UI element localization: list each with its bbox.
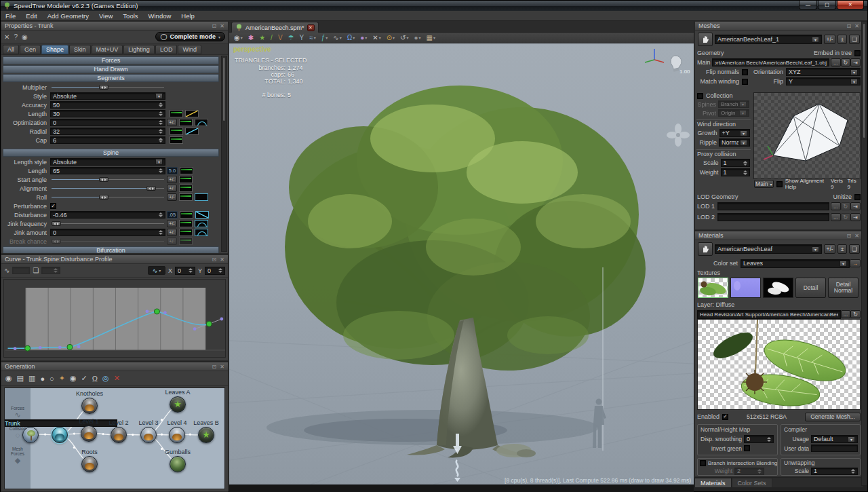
jink-frequency-variance-button[interactable]: +/-: [167, 220, 177, 227]
reload-lod1-button[interactable]: ↻: [841, 202, 851, 210]
close-panel-icon[interactable]: ✕: [220, 364, 224, 370]
generation-panel-title[interactable]: Generation ⊡ ✕: [1, 362, 228, 371]
lasso-select-icon[interactable]: ○: [50, 375, 54, 383]
accuracy-input[interactable]: 50: [50, 101, 165, 109]
cap-gradient-thumb[interactable]: [170, 136, 183, 144]
close-panel-icon[interactable]: ✕: [854, 23, 859, 29]
multiplier-slider[interactable]: [50, 83, 165, 91]
optimization-variance-button[interactable]: +/-: [167, 119, 177, 126]
style-select[interactable]: Absolute▾: [50, 92, 165, 100]
start-angle-gradient-thumb[interactable]: [179, 176, 193, 183]
gen-node-gumballs[interactable]: Gumballs: [170, 456, 186, 472]
optimization-input[interactable]: 0: [50, 119, 165, 126]
mesh-grabber-icon[interactable]: [698, 33, 713, 46]
tab-wind[interactable]: Wind: [178, 45, 201, 54]
blend-weight-input[interactable]: 2: [734, 468, 764, 475]
generate-mesh-button[interactable]: Generate Mesh...: [805, 413, 861, 421]
enable-check-icon[interactable]: ✓: [81, 374, 87, 383]
sphere-tool-icon[interactable]: ●▾: [358, 33, 369, 43]
menu-tools[interactable]: Tools: [123, 12, 138, 20]
break-chance-gradient-thumb[interactable]: [179, 238, 193, 245]
material-variance-button[interactable]: +/-: [824, 244, 835, 254]
complete-mode-button[interactable]: ◯ Complete mode ▾: [155, 32, 225, 41]
jink-amount-variance-button[interactable]: +/-: [167, 229, 177, 236]
section-segments[interactable]: Segments: [3, 74, 219, 82]
minimize-button[interactable]: —: [799, 1, 817, 10]
alignment-help-checkbox[interactable]: [776, 181, 783, 187]
magnet-tool-icon[interactable]: Ω▾: [345, 33, 357, 43]
pick-tool-icon[interactable]: ?: [14, 33, 18, 41]
cap-input[interactable]: 6: [50, 136, 165, 144]
meshes-panel-title[interactable]: Meshes ⊡ ✕: [695, 22, 863, 31]
jink-amount-input[interactable]: 0: [50, 229, 165, 236]
start-angle-variance-button[interactable]: +/-: [167, 176, 177, 183]
radial-input[interactable]: 32: [50, 128, 165, 135]
invert-green-checkbox[interactable]: [744, 445, 750, 451]
unwrap-scale-input[interactable]: 1: [811, 468, 858, 475]
gen-node-level1[interactable]: Level 1: [81, 425, 97, 442]
length-style-select[interactable]: Absolute▾: [50, 158, 165, 166]
break-chance-slider[interactable]: [50, 238, 165, 245]
tab-mat-uv[interactable]: Mat+UV: [92, 45, 123, 54]
display-mode-icon[interactable]: ◉: [5, 374, 12, 383]
curve-shape-button[interactable]: ∿▾: [148, 266, 165, 275]
assign-mesh-button[interactable]: ⇥: [850, 58, 861, 67]
generation-graph[interactable]: Forces∿ Collision◌ Mesh Forces◆ Tree Tru…: [4, 387, 225, 489]
section-hand-drawn[interactable]: Hand Drawn: [3, 65, 219, 73]
browse-lod1-button[interactable]: ...: [831, 202, 841, 210]
visibility-icon[interactable]: ◉: [70, 374, 77, 383]
tab-color-sets[interactable]: Color Sets: [732, 478, 772, 487]
material-grabber-icon[interactable]: [698, 242, 713, 256]
disturbance-input[interactable]: -0.46: [50, 211, 165, 219]
loop-tool-icon[interactable]: ↺▾: [398, 33, 410, 43]
alpha-texture-thumb[interactable]: [763, 278, 793, 298]
tab-lod[interactable]: LOD: [155, 45, 178, 54]
leaf-tool-icon[interactable]: ★: [257, 33, 267, 43]
keyframe-tool-icon[interactable]: ⊙▾: [384, 33, 397, 43]
ripple-select[interactable]: Normal▾: [719, 138, 750, 147]
optimization-curve-thumb[interactable]: [195, 119, 208, 126]
alignment-variance-button[interactable]: +/-: [167, 185, 177, 192]
close-tab-icon[interactable]: ✕: [307, 24, 315, 31]
preview-lod-select[interactable]: Main▾: [754, 180, 774, 188]
float-panel-icon[interactable]: ⊡: [847, 233, 852, 239]
material-select[interactable]: AmericanBeechLeaf▾: [715, 244, 822, 254]
reload-lod2-button[interactable]: ↻: [841, 213, 851, 221]
jink-amount-gradient-thumb[interactable]: [179, 229, 193, 236]
browse-texture-button[interactable]: ...: [841, 310, 851, 318]
close-panel-icon[interactable]: ✕: [854, 233, 859, 239]
tab-skin[interactable]: Skin: [69, 45, 91, 54]
texture-path-field[interactable]: Head Revision/Art Support/American Beech…: [697, 310, 841, 319]
close-panel-icon[interactable]: ✕: [220, 257, 224, 263]
tab-materials[interactable]: Materials: [694, 478, 732, 487]
jink-frequency-gradient-thumb[interactable]: [179, 220, 193, 227]
render-tool-icon[interactable]: ●▾: [412, 33, 422, 43]
view-mode-label[interactable]: perspective: [233, 45, 271, 53]
tab-shape[interactable]: Shape: [41, 45, 68, 54]
assign-lod1-button[interactable]: ⇥: [850, 202, 861, 210]
perturbance-checkbox[interactable]: [50, 203, 56, 209]
prop-tool-icon[interactable]: Y: [298, 33, 307, 43]
sphere-view-icon[interactable]: ●: [40, 375, 45, 383]
mesh-add-remove-button[interactable]: ±: [837, 35, 847, 44]
browse-mesh-button[interactable]: ...: [831, 58, 841, 67]
reload-mesh-button[interactable]: ↻: [841, 58, 851, 67]
disturbance-curve-thumb[interactable]: [195, 211, 209, 219]
gen-node-trunk[interactable]: Trunk: [52, 427, 68, 443]
flip-select[interactable]: Y▾: [786, 77, 861, 86]
branch-blend-checkbox[interactable]: [700, 460, 706, 466]
tab-all[interactable]: All: [3, 45, 19, 54]
proxy-scale-input[interactable]: 1: [721, 159, 750, 167]
mesh-variance-button[interactable]: +/-: [824, 35, 835, 44]
curve-preset-select[interactable]: [12, 267, 30, 274]
pivot-select[interactable]: Origin▾: [718, 109, 749, 117]
flip-normals-checkbox[interactable]: [742, 69, 748, 75]
gen-node-roots[interactable]: Roots: [81, 456, 98, 472]
detail-normal-texture-slot[interactable]: Detail Normal: [828, 278, 859, 298]
radial-curve-thumb[interactable]: [185, 128, 199, 135]
side-forces[interactable]: Forces∿: [5, 406, 30, 419]
menu-window[interactable]: Window: [149, 12, 172, 20]
curve-mode-icon[interactable]: ∿: [4, 267, 9, 274]
tab-lighting[interactable]: Lighting: [123, 45, 155, 54]
x-input[interactable]: 0: [175, 267, 195, 275]
